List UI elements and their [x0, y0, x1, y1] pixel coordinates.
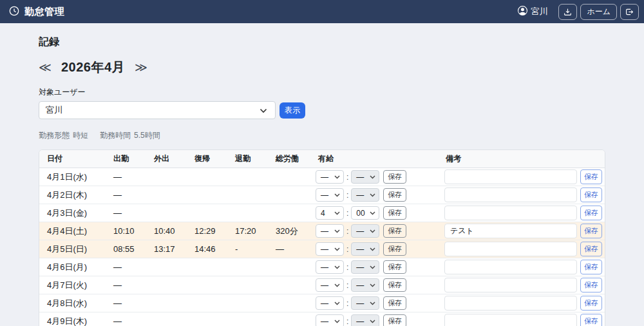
header-return: 復帰	[193, 153, 233, 164]
leave-save-button[interactable]: 保存	[383, 314, 406, 326]
leave-save-button[interactable]: 保存	[383, 242, 406, 256]
date-cell: 4月1日(水)	[39, 171, 111, 183]
download-icon	[564, 8, 572, 16]
table-row: 4月2日(木) — — : — 保存 保存	[39, 186, 605, 204]
note-save-button[interactable]: 保存	[580, 206, 602, 220]
date-cell: 4月6日(月)	[39, 262, 111, 273]
header-going-out: 外出	[152, 153, 193, 164]
leave-time-separator: :	[346, 227, 348, 236]
leave-minute-select[interactable]: —	[351, 296, 379, 310]
header-total-work: 総労働	[274, 153, 314, 164]
leave-hour-select[interactable]: —	[316, 188, 344, 202]
chevron-down-icon	[334, 320, 340, 323]
attendance-table: 日付 出勤 外出 復帰 退勤 総労働 有給 備考 4月1日(水) — — : —	[39, 149, 605, 326]
work-info: 勤務形態時短 勤務時間5.5時間	[39, 130, 605, 141]
note-input[interactable]	[444, 314, 577, 326]
leave-hour-select[interactable]: 4	[316, 206, 344, 220]
navbar-brand: 勤怠管理	[9, 6, 64, 18]
leave-minute-select[interactable]: —	[351, 224, 379, 238]
note-save-button[interactable]: 保存	[580, 224, 602, 238]
note-input[interactable]	[444, 242, 577, 256]
work-type: 勤務形態時短	[39, 130, 88, 141]
leave-hour-select[interactable]: —	[316, 170, 344, 184]
logout-button[interactable]	[620, 4, 639, 20]
note-cell: 保存	[442, 278, 605, 292]
leave-minute-select[interactable]: —	[351, 188, 379, 202]
leave-save-button[interactable]: 保存	[383, 260, 406, 274]
download-button[interactable]	[558, 4, 577, 20]
note-input[interactable]	[444, 169, 577, 184]
date-cell: 4月4日(土)	[39, 225, 111, 237]
show-button[interactable]: 表示	[279, 102, 305, 119]
leave-save-button[interactable]: 保存	[383, 224, 406, 238]
note-save-button[interactable]: 保存	[580, 187, 602, 202]
leave-save-button[interactable]: 保存	[383, 188, 406, 202]
work-hours-value: 5.5時間	[134, 131, 160, 140]
return-cell: 14:46	[193, 244, 233, 254]
note-save-button[interactable]: 保存	[580, 260, 602, 274]
leave-minute-select[interactable]: —	[351, 170, 379, 184]
note-cell: 保存	[442, 296, 605, 311]
work-hours-label: 勤務時間	[100, 131, 131, 140]
leave-hour-select[interactable]: —	[316, 242, 344, 256]
note-input[interactable]	[444, 278, 577, 292]
table-body: 4月1日(水) — — : — 保存 保存	[39, 168, 605, 326]
paid-leave-cell: 4 : 00 保存	[314, 206, 442, 220]
clock-in-cell: 10:10	[111, 226, 152, 236]
chevron-down-icon	[334, 247, 340, 251]
navbar-right: 宮川 ホーム	[518, 4, 639, 20]
leave-hour-select[interactable]: —	[316, 278, 344, 292]
leave-minute-select[interactable]: —	[351, 278, 379, 292]
date-cell: 4月5日(日)	[39, 244, 111, 255]
chevron-down-icon	[370, 193, 375, 197]
chevron-down-icon	[370, 302, 375, 305]
header-date: 日付	[39, 153, 111, 164]
clock-in-cell: —	[111, 316, 152, 326]
note-input[interactable]	[444, 296, 577, 311]
table-row: 4月5日(日) 08:55 13:17 14:46 - — — : — 保存	[39, 240, 605, 258]
header-clock-in: 出勤	[111, 153, 152, 164]
note-input[interactable]	[444, 187, 577, 202]
leave-minute-select[interactable]: —	[351, 314, 379, 326]
work-type-value: 時短	[73, 131, 88, 140]
table-row: 4月9日(木) — — : — 保存 保存	[39, 312, 605, 326]
note-save-button[interactable]: 保存	[580, 169, 602, 184]
note-input[interactable]	[444, 206, 577, 220]
leave-hour-select[interactable]: —	[316, 296, 344, 310]
paid-leave-cell: — : — 保存	[314, 170, 442, 184]
paid-leave-cell: — : — 保存	[314, 278, 442, 292]
navbar: 勤怠管理 宮川 ホーム	[0, 0, 644, 23]
paid-leave-cell: — : — 保存	[314, 260, 442, 274]
note-save-button[interactable]: 保存	[580, 242, 602, 256]
leave-save-button[interactable]: 保存	[383, 278, 406, 292]
leave-hour-select[interactable]: —	[316, 260, 344, 274]
date-cell: 4月9日(木)	[39, 316, 111, 326]
note-input[interactable]	[444, 224, 577, 238]
note-input[interactable]	[444, 260, 577, 274]
prev-month-button[interactable]: ≪	[39, 61, 52, 73]
leave-minute-select[interactable]: —	[351, 242, 379, 256]
leave-minute-select[interactable]: 00	[351, 206, 379, 220]
leave-hour-select[interactable]: —	[316, 224, 344, 238]
paid-leave-cell: — : — 保存	[314, 296, 442, 310]
date-cell: 4月3日(金)	[39, 207, 111, 219]
clock-out-cell: 17:20	[233, 226, 274, 236]
person-circle-icon	[518, 6, 527, 17]
leave-minute-select[interactable]: —	[351, 260, 379, 274]
work-type-label: 勤務形態	[39, 131, 70, 140]
leave-save-button[interactable]: 保存	[383, 170, 406, 184]
current-user: 宮川	[518, 6, 547, 17]
leave-save-button[interactable]: 保存	[383, 296, 406, 310]
chevron-down-icon	[334, 229, 340, 233]
return-cell: 12:29	[193, 226, 233, 236]
date-cell: 4月8日(水)	[39, 298, 111, 309]
target-user-select[interactable]: 宮川	[39, 101, 276, 119]
leave-hour-select[interactable]: —	[316, 314, 344, 326]
note-save-button[interactable]: 保存	[580, 278, 602, 292]
clock-in-cell: —	[111, 190, 152, 200]
note-save-button[interactable]: 保存	[580, 314, 602, 326]
note-save-button[interactable]: 保存	[580, 296, 602, 311]
leave-save-button[interactable]: 保存	[383, 206, 406, 220]
next-month-button[interactable]: ≫	[135, 61, 147, 73]
home-button[interactable]: ホーム	[580, 4, 617, 20]
